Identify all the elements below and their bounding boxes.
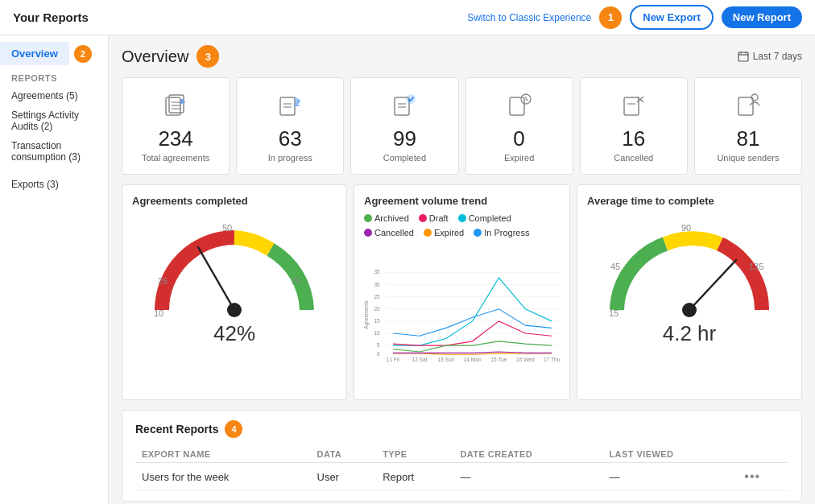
svg-text:15 Tue: 15 Tue [490,357,507,362]
col-data: DATA [311,446,377,463]
svg-line-62 [689,260,736,310]
x-doc-icon [619,89,648,122]
content-area: Overview 3 Last 7 days [109,35,815,504]
completed-value: 99 [393,126,416,151]
check-doc-icon [390,89,419,122]
sidebar-item-overview[interactable]: Overview [0,42,69,65]
total-agreements-label: Total agreements [142,153,209,163]
legend-completed: Completed [469,213,511,223]
gauge-avg: 15 45 90 135 [601,213,778,326]
switch-classic-link[interactable]: Switch to Classic Experience [467,12,591,23]
badge-2: 2 [74,45,92,63]
agreements-completed-card: Agreements completed 10 25 50 [122,184,347,400]
more-actions-button[interactable]: ••• [744,469,760,483]
avg-time-card: Average time to complete 15 45 90 135 [577,184,802,400]
col-last-viewed: LAST VIEWED [602,446,738,463]
svg-line-21 [526,99,528,101]
svg-rect-26 [738,97,753,115]
doc-stack-icon [161,89,190,122]
unique-senders-label: Unique senders [717,153,779,163]
svg-text:30: 30 [374,282,380,287]
svg-text:10: 10 [374,330,380,336]
svg-text:13 Sun: 13 Sun [437,357,454,362]
sidebar-link-agreements[interactable]: Agreements (5) [0,86,108,105]
arrows-icon [275,89,304,122]
sidebar-link-transaction[interactable]: Transaction consumption (3) [0,136,108,167]
cancelled-value: 16 [622,126,645,151]
svg-text:12 Sat: 12 Sat [412,357,427,362]
col-date-created: DATE CREATED [453,446,602,463]
svg-text:90: 90 [681,223,691,233]
stat-card-in-progress: 63 In progress [236,77,344,175]
badge-1: 1 [599,6,622,29]
date-range: Last 7 days [738,51,802,62]
sidebar-link-settings-activity[interactable]: Settings Activity Audits (2) [0,105,108,136]
new-report-button[interactable]: New Report [722,6,802,28]
stats-row: 234 Total agreements [122,77,802,175]
svg-text:14 Mon: 14 Mon [464,357,482,362]
col-actions [738,446,788,463]
row-more-actions[interactable]: ••• [738,463,788,491]
clock-doc-icon [505,89,534,122]
col-export-name: EXPORT NAME [135,446,311,463]
svg-text:35: 35 [374,269,380,275]
legend-cancelled: Cancelled [374,228,414,238]
top-bar-right: Switch to Classic Experience 1 New Expor… [467,5,802,30]
row-export-name: Users for the week [135,463,311,491]
gauge-completed: 10 25 50 75 [146,213,323,326]
svg-text:20: 20 [374,306,380,312]
in-progress-value: 63 [279,126,302,151]
row-date-created: — [453,463,602,491]
svg-rect-22 [624,97,639,115]
table-row: Users for the week User Report — — ••• [135,463,788,491]
recent-reports-title: Recent Reports [135,423,218,436]
date-range-label: Last 7 days [753,51,802,62]
legend-draft: Draft [429,213,449,223]
badge-3: 3 [197,45,219,68]
svg-rect-0 [738,52,748,61]
chart-legend: Archived Draft Completed Cancelled Expir… [364,213,560,238]
svg-rect-11 [280,97,295,115]
volume-trend-title: Agreement volume trend [364,195,560,207]
badge-4: 4 [225,420,242,438]
reports-table-wrap: EXPORT NAME DATA TYPE DATE CREATED LAST … [135,446,788,491]
stat-card-unique-senders: 81 Unique senders [694,77,802,175]
svg-text:0: 0 [377,351,380,357]
row-last-viewed: — [602,463,738,491]
stat-card-total-agreements: 234 Total agreements [122,77,230,175]
svg-text:5: 5 [377,342,380,348]
app-title: Your Reports [13,10,89,24]
recent-reports-header: Recent Reports 4 [135,420,788,438]
svg-text:25: 25 [374,294,380,300]
svg-point-63 [682,303,697,317]
row-type: Report [376,463,453,491]
sidebar-link-exports[interactable]: Exports (3) [0,175,108,194]
stat-card-expired: 0 Expired [465,77,573,175]
volume-trend-card: Agreement volume trend Archived Draft Co… [354,184,570,400]
unique-senders-value: 81 [736,126,759,151]
cancelled-label: Cancelled [614,153,653,163]
svg-text:15: 15 [374,318,380,324]
legend-expired: Expired [434,228,464,238]
total-agreements-value: 234 [158,126,192,151]
svg-text:Agreements: Agreements [364,300,370,329]
svg-rect-18 [510,97,524,115]
person-doc-icon [734,89,763,122]
sidebar-section-reports: REPORTS [0,65,108,86]
content-header: Overview 3 Last 7 days [122,45,802,68]
svg-text:15: 15 [609,308,618,318]
legend-archived: Archived [374,213,409,223]
svg-text:135: 135 [749,262,763,271]
page-title: Overview [122,48,188,66]
svg-point-17 [406,94,416,104]
row-data: User [311,463,377,491]
col-type: TYPE [376,446,453,463]
stat-card-completed: 99 Completed [350,77,458,175]
calendar-icon [738,51,749,62]
new-export-button[interactable]: New Export [630,5,714,30]
stat-card-cancelled: 16 Cancelled [580,77,688,175]
legend-in-progress: In Progress [484,228,529,238]
svg-point-33 [227,303,242,317]
avg-time-title: Average time to complete [587,195,792,207]
svg-text:16 Wed: 16 Wed [516,357,535,362]
